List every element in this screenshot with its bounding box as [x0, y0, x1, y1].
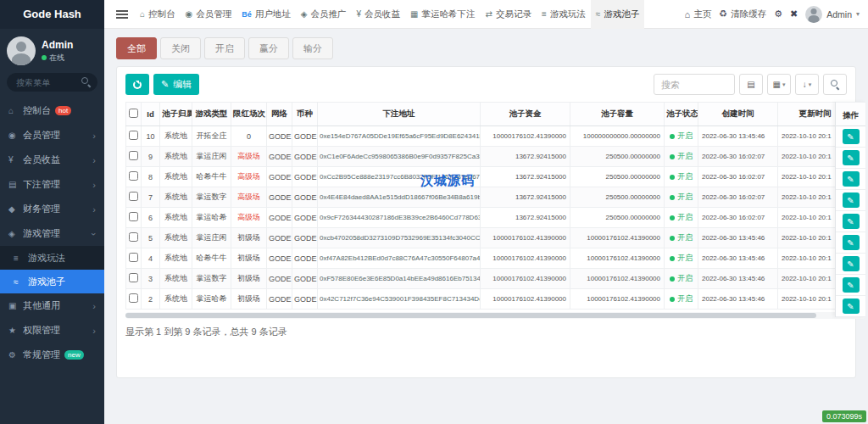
home-link[interactable]: ⌂ 主页: [685, 8, 712, 20]
cell-pool-capacity: 250500.00000000: [570, 147, 665, 167]
filter-tab-3[interactable]: 赢分: [248, 37, 289, 59]
filter-tab-1[interactable]: 关闭: [160, 37, 201, 59]
refresh-button[interactable]: [125, 74, 149, 95]
sidebar-item-general[interactable]: ⚙常规管理new: [0, 343, 104, 367]
ops-cell: ✎: [836, 296, 865, 317]
edit-row-button[interactable]: ✎: [843, 277, 860, 293]
columns-button[interactable]: ▦ ▾: [767, 74, 791, 95]
row-checkbox[interactable]: [129, 171, 138, 181]
fullscreen-close-icon[interactable]: ✖: [790, 8, 798, 20]
cell-id: 7: [142, 187, 160, 208]
sidebar-item-games[interactable]: ◈游戏管理›: [0, 221, 104, 246]
sidebar-item-label: 常规管理: [23, 349, 60, 361]
download-icon: ↓: [803, 80, 807, 89]
sidebar-item-members[interactable]: ◉会员管理›: [0, 123, 104, 148]
row-checkbox[interactable]: [129, 151, 138, 160]
search-icon: [831, 80, 840, 89]
cell-bet-address: 0xf47A82Eb412BEd0d7c88C76A47c30550F64807…: [318, 248, 481, 269]
sidebar-item-console[interactable]: ⌂控制台hot: [0, 98, 104, 123]
column-header: 创建时间: [698, 103, 778, 126]
topnav-tab-label: 交易记录: [496, 8, 531, 20]
row-checkbox[interactable]: [129, 253, 138, 262]
toolbar: ✎ 编辑 ▤ ▦ ▾ ↓ ▾: [125, 74, 847, 95]
sidebar-item-finance[interactable]: ◆财务管理›: [0, 197, 104, 221]
topnav-tab-member-earnings[interactable]: ¥会员收益: [352, 0, 406, 29]
brand: Gode Hash: [0, 0, 104, 29]
sidebar-search: [7, 73, 97, 92]
row-checkbox[interactable]: [129, 212, 138, 221]
filter-tab-2[interactable]: 开启: [204, 37, 245, 59]
row-checkbox[interactable]: [129, 273, 138, 282]
status-label: 开启: [677, 172, 693, 181]
status-label: 开启: [677, 274, 693, 282]
edit-row-button[interactable]: ✎: [843, 171, 860, 187]
row-checkbox[interactable]: [129, 131, 138, 140]
cell-pool-funds: 13672.92415000: [481, 187, 570, 208]
edit-button[interactable]: ✎ 编辑: [153, 74, 199, 95]
edit-row-button[interactable]: ✎: [843, 150, 860, 165]
select-all-checkbox[interactable]: [129, 109, 138, 118]
edit-row-button[interactable]: ✎: [843, 256, 860, 271]
row-checkbox[interactable]: [129, 192, 138, 201]
ops-cell: ✎: [836, 254, 865, 275]
dashboard-icon: ⌂: [140, 9, 145, 19]
column-header: 池子状态: [665, 103, 698, 126]
topnav-tab-trade-records[interactable]: ⇄交易记录: [481, 0, 537, 29]
cell-status: 开启: [665, 228, 698, 248]
cell-pool-funds: 10000176102.41390000: [481, 228, 570, 248]
sidebar-subitem-game-pools[interactable]: ≈游戏池子: [0, 270, 104, 293]
horizontal-scrollbar[interactable]: [125, 312, 865, 319]
perms-icon: ★: [8, 326, 21, 335]
ops-cell: ✎: [836, 190, 865, 211]
cell-bet-address: 0xcb4702058dD3273109D7532969E35134fc3040…: [318, 228, 481, 248]
export-button[interactable]: ↓ ▾: [795, 74, 819, 95]
edit-row-button[interactable]: ✎: [843, 214, 860, 229]
cell-game-type: 开拓全庄: [192, 126, 231, 147]
status-label: 开启: [677, 152, 693, 160]
settings-icon[interactable]: ⚙: [774, 8, 782, 20]
filter-tab-0[interactable]: 全部: [116, 37, 157, 59]
topnav-tab-game-play[interactable]: ≡游戏玩法: [537, 0, 591, 29]
cell-game-type: 掌运庄闲: [192, 147, 231, 167]
status-label: 开启: [677, 131, 693, 140]
table-row: 3系统地掌运数字初级场GODEGODE0xF578E80E6e3E6E85D0a…: [126, 269, 836, 289]
user-status-label: 在线: [49, 53, 64, 64]
sidebar-item-bets[interactable]: ▤下注管理›: [0, 172, 104, 197]
filter-tab-4[interactable]: 输分: [292, 37, 333, 59]
edit-row-button[interactable]: ✎: [843, 129, 860, 144]
cell-id: 3: [142, 269, 160, 289]
common-search-button[interactable]: ▤: [739, 74, 763, 95]
topnav-tab-members[interactable]: ◉会员管理: [181, 0, 237, 29]
row-checkbox[interactable]: [129, 293, 138, 303]
cell-updated-at: 2022-10-10 20:1: [778, 147, 836, 167]
sidebar-subitem-game-play[interactable]: ≡游戏玩法: [0, 246, 104, 270]
table-search-input[interactable]: [654, 74, 735, 95]
topnav-tab-game-pools[interactable]: ≈游戏池子: [591, 0, 645, 29]
cell-level: 初级场: [231, 228, 267, 248]
sidebar-item-member-earnings[interactable]: ¥会员收益›: [0, 148, 104, 172]
column-header: Id: [142, 103, 160, 126]
sidebar-toggle-button[interactable]: [109, 10, 135, 19]
topnav-tab-user-address[interactable]: Bé用户地址: [236, 0, 296, 29]
table-body: 10系统地开拓全庄0GODEGODE0xe154eD767A05DDe19Ef6…: [126, 126, 836, 310]
clear-cache-link[interactable]: ♻ 清除缓存: [719, 8, 766, 20]
edit-row-button[interactable]: ✎: [843, 192, 860, 208]
sidebar-item-permissions[interactable]: ★权限管理›: [0, 318, 104, 343]
row-checkbox[interactable]: [129, 232, 138, 242]
chevron-right-icon: ›: [92, 301, 96, 311]
admin-menu[interactable]: Admin ▾: [805, 6, 860, 23]
cell-created-at: 2022-06-30 13:45:46: [698, 126, 778, 147]
sidebar-item-label: 游戏管理: [23, 227, 60, 240]
status-dot-icon: [670, 297, 675, 302]
topnav-tab-console[interactable]: ⌂控制台: [135, 0, 181, 29]
edit-row-button[interactable]: ✎: [843, 298, 860, 314]
edit-row-button[interactable]: ✎: [843, 235, 860, 250]
topnav-tab-member-promo[interactable]: ◈会员推广: [296, 0, 352, 29]
scrollbar-thumb[interactable]: [125, 313, 816, 318]
search-toggle-button[interactable]: [823, 74, 847, 95]
table-scroll-area[interactable]: Id池子归属游戏类型限红场次网络币种下注地址池子资金池子容量池子状态创建时间更新…: [125, 102, 835, 310]
cell-created-at: 2022-06-30 13:45:46: [698, 228, 778, 248]
sidebar-item-other[interactable]: ▣其他通用›: [0, 293, 104, 318]
topnav-tab-hash-bets[interactable]: ▦掌运哈希下注: [405, 0, 480, 29]
filter-tabs: 全部关闭开启赢分输分: [116, 37, 856, 59]
